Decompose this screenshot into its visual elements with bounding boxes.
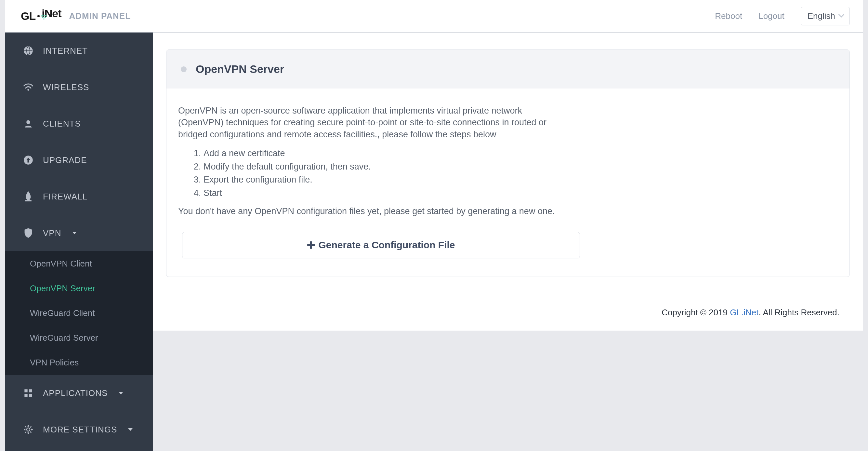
panel-body: OpenVPN is an open-source software appli… (166, 88, 849, 277)
apps-icon (23, 388, 34, 399)
caret-down-icon (128, 428, 133, 431)
chevron-down-icon (838, 14, 844, 18)
sidebar-item-vpn[interactable]: VPN (5, 215, 153, 251)
description-text: OpenVPN is an open-source software appli… (178, 105, 568, 140)
shield-icon (23, 227, 34, 238)
step-item: Export the configuration file. (204, 173, 838, 186)
svg-rect-10 (24, 394, 27, 397)
wifi-icon (23, 82, 34, 93)
sidebar-item-firewall[interactable]: FIREWALL (5, 178, 153, 215)
panel-header: OpenVPN Server (166, 50, 849, 88)
wifi-accent-icon (40, 15, 60, 20)
steps-list: Add a new certificate Modify the default… (178, 147, 838, 199)
generate-button-label: Generate a Configuration File (318, 239, 455, 251)
subnav-wireguard-server[interactable]: WireGuard Server (5, 326, 153, 350)
sidebar-item-applications[interactable]: APPLICATIONS (5, 375, 153, 411)
sidebar-item-label: MORE SETTINGS (43, 425, 117, 435)
person-icon (23, 118, 34, 129)
reboot-link[interactable]: Reboot (715, 11, 742, 21)
step-item: Start (204, 187, 838, 199)
subnav-wireguard-client[interactable]: WireGuard Client (5, 301, 153, 326)
subnav-vpn-policies[interactable]: VPN Policies (5, 350, 153, 375)
sidebar-item-label: CLIENTS (43, 119, 81, 129)
vpn-submenu: OpenVPN Client OpenVPN Server WireGuard … (5, 251, 153, 375)
gear-icon (23, 424, 34, 435)
brand-dot-icon (37, 15, 40, 17)
subnav-openvpn-client[interactable]: OpenVPN Client (5, 251, 153, 276)
footer: Copyright © 2019 GL.iNet. All Rights Res… (153, 297, 863, 331)
sidebar-item-label: WIRELESS (43, 82, 89, 92)
subnav-openvpn-server[interactable]: OpenVPN Server (5, 276, 153, 301)
no-config-text: You don't have any OpenVPN configuration… (178, 205, 838, 217)
topbar-right: Reboot Logout English (715, 7, 850, 25)
main-content: OpenVPN Server OpenVPN is an open-source… (153, 32, 863, 451)
svg-rect-8 (24, 389, 27, 392)
svg-rect-7 (25, 200, 32, 201)
upgrade-icon (23, 154, 34, 166)
sidebar-item-label: VPN (43, 228, 61, 238)
sidebar-item-label: APPLICATIONS (43, 388, 107, 398)
caret-down-icon (72, 232, 77, 234)
svg-point-5 (26, 120, 30, 124)
sidebar-item-upgrade[interactable]: UPGRADE (5, 142, 153, 178)
footer-brand-link[interactable]: GL.iNet (730, 308, 758, 317)
sidebar-item-wireless[interactable]: WIRELESS (5, 69, 153, 106)
sidebar-item-more-settings[interactable]: MORE SETTINGS (5, 411, 153, 448)
sidebar-item-label: INTERNET (43, 46, 88, 56)
sidebar: INTERNET WIRELESS CLIENTS (5, 32, 153, 451)
logout-link[interactable]: Logout (758, 11, 784, 21)
brand-left: GL (21, 10, 35, 23)
svg-rect-11 (29, 394, 32, 397)
divider (178, 224, 581, 224)
globe-icon (23, 45, 34, 56)
language-select[interactable]: English (801, 7, 850, 25)
admin-panel-label: ADMIN PANEL (69, 11, 131, 21)
sidebar-item-label: FIREWALL (43, 192, 88, 202)
footer-copyright-prefix: Copyright © 2019 (661, 308, 730, 317)
page-title: OpenVPN Server (196, 63, 284, 76)
sidebar-item-clients[interactable]: CLIENTS (5, 106, 153, 142)
plus-icon: ✚ (307, 239, 315, 251)
sidebar-item-label: UPGRADE (43, 155, 87, 165)
svg-point-12 (27, 428, 30, 431)
step-item: Modify the default configuration, then s… (204, 160, 838, 173)
caret-down-icon (119, 392, 123, 394)
language-value: English (808, 11, 835, 21)
generate-config-button[interactable]: ✚ Generate a Configuration File (182, 232, 580, 258)
panel-openvpn-server: OpenVPN Server OpenVPN is an open-source… (166, 50, 850, 277)
status-dot-icon (181, 66, 187, 72)
brand-logo: GL iNet (21, 7, 61, 25)
footer-copyright-suffix: . All Rights Reserved. (758, 308, 839, 317)
svg-point-4 (27, 89, 29, 90)
topbar: GL iNet ADMIN PANEL Reboot Logout Englis… (5, 0, 863, 32)
firewall-icon (23, 191, 34, 202)
topbar-left: GL iNet ADMIN PANEL (21, 7, 131, 25)
sidebar-item-internet[interactable]: INTERNET (5, 32, 153, 69)
svg-point-0 (43, 18, 44, 20)
step-item: Add a new certificate (204, 147, 838, 160)
svg-rect-9 (29, 389, 32, 392)
